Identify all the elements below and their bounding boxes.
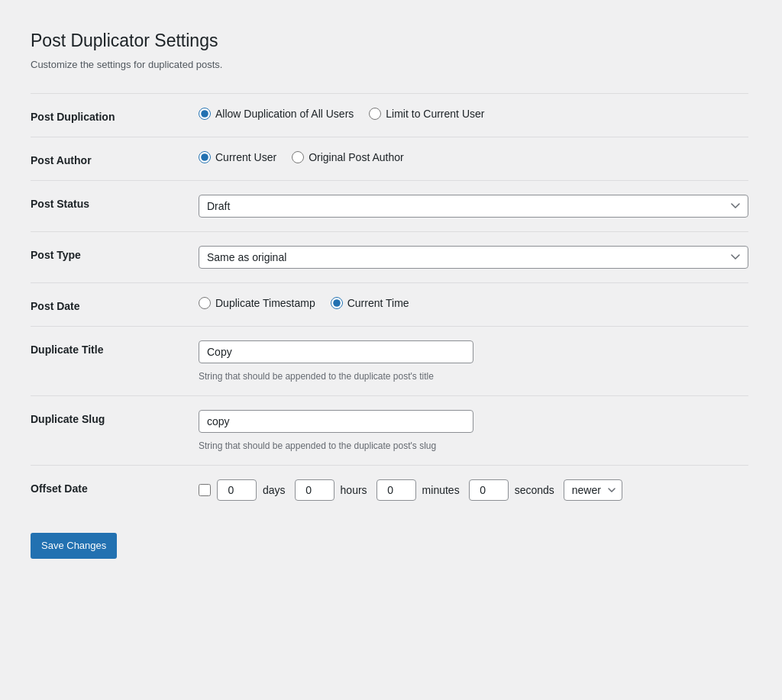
post-status-control: Draft Published Pending Private	[199, 195, 748, 218]
duplicate-slug-row: Duplicate Slug String that should be app…	[31, 395, 748, 465]
duplicate-slug-description: String that should be appended to the du…	[199, 440, 748, 451]
post-type-label: Post Type	[31, 246, 199, 261]
duplicate-title-row: Duplicate Title String that should be ap…	[31, 326, 748, 395]
post-type-row: Post Type Same as original Post Page	[31, 231, 748, 282]
post-author-row: Post Author Current User Original Post A…	[31, 137, 748, 180]
current-user-radio[interactable]	[199, 151, 211, 163]
current-user-option[interactable]: Current User	[199, 151, 276, 163]
offset-minutes-input[interactable]	[376, 479, 416, 501]
post-date-label: Post Date	[31, 297, 199, 312]
hours-label: hours	[341, 484, 367, 496]
offset-seconds-input[interactable]	[469, 479, 509, 501]
limit-current-user-radio[interactable]	[369, 108, 381, 120]
post-status-row: Post Status Draft Published Pending Priv…	[31, 180, 748, 231]
post-date-control: Duplicate Timestamp Current Time	[199, 297, 748, 309]
post-author-radio-group: Current User Original Post Author	[199, 151, 748, 163]
post-date-row: Post Date Duplicate Timestamp Current Ti…	[31, 282, 748, 326]
post-type-control: Same as original Post Page	[199, 246, 748, 269]
offset-date-row: Offset Date days hours minutes seconds n…	[31, 465, 748, 515]
duplicate-slug-label: Duplicate Slug	[31, 410, 199, 425]
post-status-label: Post Status	[31, 195, 199, 210]
page-subtitle: Customize the settings for duplicated po…	[31, 59, 748, 70]
original-post-author-label[interactable]: Original Post Author	[309, 151, 404, 163]
current-time-option[interactable]: Current Time	[331, 297, 409, 309]
post-type-select[interactable]: Same as original Post Page	[199, 246, 748, 269]
current-user-label[interactable]: Current User	[215, 151, 276, 163]
limit-current-user-label[interactable]: Limit to Current User	[386, 108, 484, 120]
offset-date-group: days hours minutes seconds newer older	[199, 479, 748, 501]
current-time-label[interactable]: Current Time	[347, 297, 409, 309]
offset-hours-input[interactable]	[295, 479, 334, 501]
post-status-select[interactable]: Draft Published Pending Private	[199, 195, 748, 218]
duplicate-title-label: Duplicate Title	[31, 340, 199, 356]
minutes-label: minutes	[422, 484, 460, 496]
duplicate-timestamp-radio[interactable]	[199, 297, 211, 309]
post-author-label: Post Author	[31, 151, 199, 166]
allow-all-users-option[interactable]: Allow Duplication of All Users	[199, 108, 354, 120]
original-post-author-option[interactable]: Original Post Author	[292, 151, 404, 163]
post-duplication-row: Post Duplication Allow Duplication of Al…	[31, 93, 748, 137]
allow-all-users-label[interactable]: Allow Duplication of All Users	[215, 108, 354, 120]
post-duplication-radio-group: Allow Duplication of All Users Limit to …	[199, 108, 748, 120]
duplicate-title-description: String that should be appended to the du…	[199, 371, 748, 382]
post-duplication-control: Allow Duplication of All Users Limit to …	[199, 108, 748, 120]
offset-date-control: days hours minutes seconds newer older	[199, 479, 748, 501]
duplicate-timestamp-option[interactable]: Duplicate Timestamp	[199, 297, 315, 309]
duplicate-slug-input[interactable]	[199, 410, 473, 433]
post-author-control: Current User Original Post Author	[199, 151, 748, 163]
current-time-radio[interactable]	[331, 297, 343, 309]
save-changes-button[interactable]: Save Changes	[31, 533, 117, 559]
duplicate-slug-control: String that should be appended to the du…	[199, 410, 748, 451]
original-post-author-radio[interactable]	[292, 151, 304, 163]
offset-date-checkbox[interactable]	[199, 484, 211, 496]
offset-direction-select[interactable]: newer older	[564, 479, 622, 501]
post-duplication-label: Post Duplication	[31, 108, 199, 123]
duplicate-title-control: String that should be appended to the du…	[199, 340, 748, 382]
limit-current-user-option[interactable]: Limit to Current User	[369, 108, 484, 120]
allow-all-users-radio[interactable]	[199, 108, 211, 120]
offset-date-label: Offset Date	[31, 479, 199, 495]
offset-days-input[interactable]	[217, 479, 257, 501]
duplicate-timestamp-label[interactable]: Duplicate Timestamp	[215, 297, 315, 309]
page-container: Post Duplicator Settings Customize the s…	[15, 15, 764, 589]
post-date-radio-group: Duplicate Timestamp Current Time	[199, 297, 748, 309]
duplicate-title-input[interactable]	[199, 340, 473, 363]
seconds-label: seconds	[515, 484, 554, 496]
days-label: days	[263, 484, 286, 496]
page-title: Post Duplicator Settings	[31, 31, 748, 51]
